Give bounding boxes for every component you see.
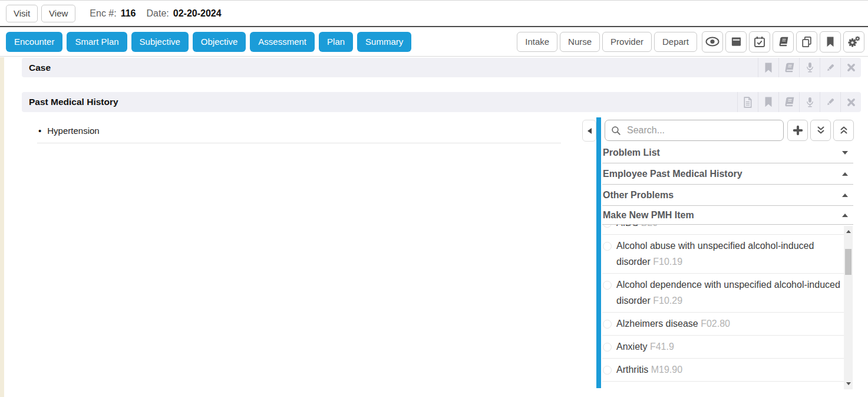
diagnosis-radio[interactable] <box>603 366 612 375</box>
accordion-other-problems[interactable]: Other Problems <box>602 185 853 206</box>
diagnosis-code: F10.19 <box>653 257 682 267</box>
eye-button[interactable] <box>702 31 723 53</box>
visit-button[interactable]: Visit <box>6 5 38 22</box>
calendar-check-button[interactable] <box>749 31 770 53</box>
diagnosis-aids[interactable]: AIDS B20 <box>602 225 844 235</box>
accordion-label: Employee Past Medical History <box>603 169 742 179</box>
pencil-icon <box>825 97 836 107</box>
diagnosis-code: M19.90 <box>651 365 682 375</box>
case-book-action[interactable] <box>778 58 799 77</box>
tab-encounter[interactable]: Encounter <box>6 32 62 52</box>
pmh-close-action[interactable] <box>840 92 861 112</box>
scrollbar-up-arrow[interactable] <box>846 230 851 233</box>
eye-icon <box>705 37 720 47</box>
encounter-toolbar: EncounterSmart PlanSubjectiveObjectiveAs… <box>0 27 868 57</box>
diagnosis-radio[interactable] <box>603 320 612 329</box>
depart-button[interactable]: Depart <box>654 32 697 52</box>
tab-objective[interactable]: Objective <box>193 32 246 52</box>
diagnosis-name: Arthritis <box>616 365 651 375</box>
pmh-document-action[interactable] <box>737 92 758 112</box>
diagnosis-alcohol-dependence-with-unspecified-alcohol-induced-disorder[interactable]: Alcohol dependence with unspecified alco… <box>602 274 844 313</box>
collapse-all-button[interactable] <box>833 120 854 141</box>
pmh-section-bar: Past Medical History <box>22 92 861 112</box>
archive-box-icon <box>731 36 742 47</box>
copy-button[interactable] <box>796 31 817 53</box>
chevrons-down-icon <box>816 126 826 135</box>
case-section-actions <box>758 58 861 77</box>
add-button[interactable] <box>787 120 808 141</box>
diagnosis-code: F41.9 <box>650 342 674 352</box>
plus-icon <box>793 125 803 136</box>
diagnosis-code: B20 <box>641 225 658 228</box>
pmh-book-action[interactable] <box>778 92 799 112</box>
accordion-label: Other Problems <box>603 190 674 201</box>
nurse-button[interactable]: Nurse <box>560 32 600 52</box>
case-bookmark-action[interactable] <box>758 58 778 77</box>
gears-button[interactable] <box>843 31 864 53</box>
pmh-entry-hypertension[interactable]: •Hypertension <box>37 124 561 143</box>
bullet-point: • <box>38 126 41 136</box>
toolbar-icon-buttons <box>702 31 864 53</box>
provider-button[interactable]: Provider <box>602 32 652 52</box>
close-icon <box>847 98 856 107</box>
diagnosis-arthritis[interactable]: Arthritis M19.90 <box>602 359 844 382</box>
chevron-up-icon <box>842 193 848 197</box>
diagnosis-list-scrollbar[interactable] <box>844 226 853 389</box>
diagnosis-radio[interactable] <box>603 242 612 251</box>
panel-collapse-handle[interactable] <box>582 120 596 142</box>
search-input[interactable] <box>626 124 777 136</box>
view-button[interactable]: View <box>41 5 75 22</box>
tab-plan[interactable]: Plan <box>319 32 353 52</box>
diagnosis-name: Anxiety <box>616 342 650 352</box>
pmh-microphone-action[interactable] <box>799 92 820 112</box>
diagnosis-code: F10.29 <box>653 296 682 306</box>
microphone-icon <box>806 62 814 73</box>
chevron-down-icon <box>842 151 848 155</box>
diagnosis-name: Alzheimers disease <box>616 319 701 329</box>
case-section-title: Case <box>22 63 51 73</box>
close-icon <box>847 63 856 72</box>
case-close-action[interactable] <box>840 58 861 77</box>
intake-button[interactable]: Intake <box>517 32 557 52</box>
tab-assessment[interactable]: Assessment <box>250 32 315 52</box>
panel-accent-divider <box>596 117 601 388</box>
calendar-check-icon <box>754 36 765 48</box>
archive-box-button[interactable] <box>725 31 747 53</box>
toolbar-right-tools: IntakeNurseProviderDepart <box>517 31 864 53</box>
diagnosis-alcohol-abuse-with-unspecified-alcohol-induced-disorder[interactable]: Alcohol abuse with unspecified alcohol-i… <box>602 235 844 274</box>
accordion-problem-list[interactable]: Problem List <box>602 142 853 163</box>
diagnosis-radio[interactable] <box>603 343 612 352</box>
tab-subjective[interactable]: Subjective <box>131 32 189 52</box>
diagnosis-name: Alcohol dependence with unspecified alco… <box>616 280 840 306</box>
chevron-up-icon <box>842 172 848 176</box>
encounter-nav-tabs: EncounterSmart PlanSubjectiveObjectiveAs… <box>6 32 411 52</box>
diagnosis-text: Alzheimers disease F02.80 <box>616 316 840 332</box>
gears-icon <box>847 35 860 48</box>
bookmark-button[interactable] <box>820 31 841 53</box>
pmh-bookmark-action[interactable] <box>758 92 778 112</box>
diagnosis-radio[interactable] <box>603 225 612 228</box>
pmh-pencil-action[interactable] <box>820 92 840 112</box>
pmh-section-title: Past Medical History <box>22 97 118 107</box>
accordion-employee-past-medical-history[interactable]: Employee Past Medical History <box>602 163 853 185</box>
accordion-make-new-pmh-item[interactable]: Make New PMH Item <box>602 206 853 225</box>
left-edge-strip <box>0 57 4 397</box>
diagnosis-text: Anxiety F41.9 <box>616 339 840 355</box>
diagnosis-anxiety[interactable]: Anxiety F41.9 <box>602 336 844 359</box>
diagnosis-alzheimers-disease[interactable]: Alzheimers disease F02.80 <box>602 313 844 336</box>
tab-summary[interactable]: Summary <box>357 32 411 52</box>
expand-all-button[interactable] <box>810 120 831 141</box>
scrollbar-thumb[interactable] <box>845 249 852 275</box>
stage-buttons: IntakeNurseProviderDepart <box>517 32 699 52</box>
document-icon <box>743 97 753 108</box>
case-pencil-action[interactable] <box>820 58 840 77</box>
pencil-icon <box>825 63 836 73</box>
scrollbar-down-arrow[interactable] <box>846 382 851 385</box>
tab-smart-plan[interactable]: Smart Plan <box>67 32 127 52</box>
book-button[interactable] <box>773 31 794 53</box>
case-microphone-action[interactable] <box>799 58 820 77</box>
bookmark-icon <box>826 37 834 47</box>
enc-number-label: Enc #: <box>90 8 116 19</box>
diagnosis-radio[interactable] <box>603 281 612 290</box>
bookmark-icon <box>764 97 773 107</box>
